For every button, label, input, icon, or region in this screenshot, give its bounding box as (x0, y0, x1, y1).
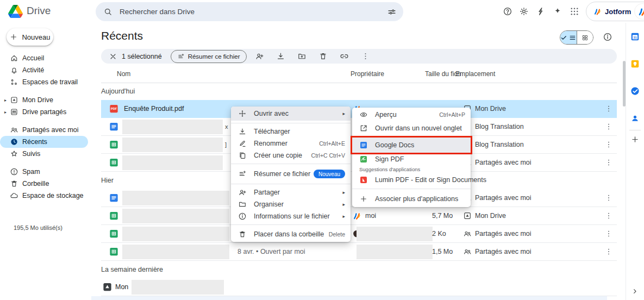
sidebar-item-mon-drive[interactable]: ▸Mon Drive (0, 94, 88, 106)
details-info-icon[interactable] (603, 32, 612, 42)
plus-icon (359, 195, 368, 203)
sidebar-item-corbeille[interactable]: Corbeille (0, 178, 88, 190)
open-new-icon (359, 124, 368, 133)
redacted-file-name (132, 280, 224, 295)
section-header-la-semaine-derni-re: La semaine dernière (101, 261, 617, 278)
expand-arrow-icon[interactable]: ▸ (4, 110, 10, 115)
docs-file-icon (359, 141, 368, 149)
menu-item-organiser[interactable]: Organiser▸ (231, 198, 351, 210)
menu-item-google-docs[interactable]: Google Docs (352, 138, 471, 153)
expand-arrow-icon[interactable]: ▸ (4, 98, 10, 103)
sidebar-item-espace-de-stockage[interactable]: Espace de stockage (0, 190, 88, 202)
add-panel-app-icon[interactable] (630, 135, 640, 144)
menu-item-r-sumer-ce-fichier[interactable]: Résumer ce fichierNouveau (231, 166, 351, 182)
menu-item-ouvrir-avec[interactable]: Ouvrir avec▸ (231, 107, 351, 121)
sidebar-item-espaces-de-travail[interactable]: Espaces de travail (0, 76, 88, 88)
account-chip[interactable]: Jotform (586, 2, 644, 21)
menu-item-renommer[interactable]: RenommerCtrl+Alt+E (231, 138, 351, 149)
menu-divider (231, 184, 351, 184)
menu-section-label: Suggestions d'applications (352, 166, 471, 173)
table-row[interactable]: moi5,7 MoMon Drive (101, 207, 617, 225)
column-name[interactable]: Nom (117, 70, 130, 78)
menu-item-placer-dans-la-corbeille[interactable]: Placer dans la corbeilleDelete (231, 227, 351, 241)
menu-item-associer-plus-d-applications[interactable]: Associer plus d'applications (352, 191, 471, 207)
row-more-actions-icon[interactable] (604, 247, 613, 256)
download-icon (238, 127, 247, 136)
workspaces-icon (10, 78, 18, 86)
download-icon[interactable] (276, 52, 285, 61)
google-apps-grid-icon[interactable] (570, 7, 579, 16)
settings-gear-icon[interactable] (519, 7, 529, 16)
row-more-actions-icon[interactable] (604, 140, 613, 149)
menu-item-aper-u[interactable]: AperçuCtrl+Alt+P (352, 108, 471, 122)
sheets-file-icon (109, 247, 119, 257)
search-filters-icon[interactable] (387, 7, 397, 17)
row-more-actions-icon[interactable] (604, 158, 613, 167)
info-icon (238, 212, 247, 221)
table-row[interactable]: 1,5 Mo8 avr. • Ouvert par moiPartagés av… (101, 243, 617, 261)
signpdf-icon (359, 155, 368, 164)
docs-file-icon (109, 193, 119, 203)
sidebar-item-drive-partag-s[interactable]: ▸Drive partagés (0, 106, 88, 118)
gemini-sparkle-icon[interactable] (553, 7, 562, 16)
sidebar-item-activit[interactable]: Activité (0, 64, 88, 76)
new-button[interactable]: Nouveau (7, 28, 53, 46)
table-row[interactable]: Mon (101, 278, 617, 296)
menu-item-partager[interactable]: Partager▸ (231, 186, 351, 198)
keep-icon[interactable] (630, 59, 640, 69)
jotform-extension-icon[interactable] (536, 7, 546, 16)
search-bar[interactable] (96, 2, 403, 21)
contacts-icon[interactable] (630, 113, 640, 123)
main-scrollbar[interactable] (623, 61, 626, 107)
avatar[interactable] (634, 3, 644, 20)
menu-item-informations-sur-le-fichier[interactable]: Informations sur le fichier▸ (231, 210, 351, 222)
menu-item-label: Organiser (254, 201, 338, 208)
grid-view-button[interactable] (577, 31, 593, 44)
list-view-button[interactable] (560, 31, 577, 44)
next-row-edge (91, 296, 607, 300)
trash-icon (10, 179, 18, 188)
move-to-folder-icon[interactable] (297, 52, 307, 61)
trash-icon[interactable] (318, 52, 328, 61)
redacted-owner-name (357, 245, 433, 259)
svg-text:31: 31 (633, 36, 637, 39)
menu-item-cr-er-une-copie[interactable]: Créer une copieCtrl+C Ctrl+V (231, 149, 351, 161)
menu-item-sign-pdf[interactable]: Sign PDF (352, 153, 471, 166)
summarize-file-button[interactable]: Résumer ce fichier (171, 50, 247, 63)
more-actions-icon[interactable] (361, 52, 370, 61)
share-icon[interactable] (255, 52, 264, 61)
sidebar-item-suivis[interactable]: Suivis (0, 148, 88, 160)
menu-item-lumin-pdf-edit-or-sign-documents[interactable]: Lumin PDF - Edit or Sign Documents (352, 173, 471, 186)
search-input[interactable] (118, 7, 387, 16)
copy-link-icon[interactable] (340, 52, 349, 61)
sidebar-item-spam[interactable]: Spam (0, 166, 88, 178)
menu-item-label: Sign PDF (375, 155, 465, 163)
file-location: Partagés avec moi (475, 159, 532, 166)
svg-text:PDF: PDF (111, 107, 117, 110)
sidebar-item-partag-s-avec-moi[interactable]: Partagés avec moi (0, 124, 88, 136)
menu-item-t-l-charger[interactable]: Télécharger (231, 126, 351, 138)
bell-icon (10, 66, 18, 74)
row-more-actions-icon[interactable] (604, 122, 613, 131)
row-more-actions-icon[interactable] (604, 229, 613, 238)
tasks-icon[interactable] (630, 86, 640, 96)
close-selection-icon[interactable] (109, 52, 117, 61)
column-owner[interactable]: Propriétaire (351, 70, 384, 78)
sidebar-item-label: Espace de stockage (22, 192, 84, 199)
row-more-actions-icon[interactable] (604, 211, 613, 220)
column-location[interactable]: Emplacement (455, 70, 495, 78)
view-toggle (560, 30, 593, 45)
submenu-arrow-icon: ▸ (342, 111, 345, 116)
file-name-fragment: ] (225, 141, 227, 148)
menu-item-ouvrir-dans-un-nouvel-onglet[interactable]: Ouvrir dans un nouvel onglet (352, 122, 471, 135)
sidebar-item-label: Partagés avec moi (22, 126, 79, 134)
collapse-panel-chevron-icon[interactable] (630, 287, 639, 296)
row-more-actions-icon[interactable] (604, 193, 613, 202)
row-more-actions-icon[interactable] (604, 104, 613, 113)
sidebar-item-accueil[interactable]: Accueil (0, 52, 88, 64)
table-row[interactable]: 2 KoPartagés avec moi (101, 225, 617, 243)
sidebar-item-r-cents[interactable]: Récents (0, 136, 88, 148)
calendar-icon[interactable]: 31 (630, 32, 640, 42)
star-icon (10, 149, 18, 158)
help-icon[interactable] (503, 7, 512, 16)
